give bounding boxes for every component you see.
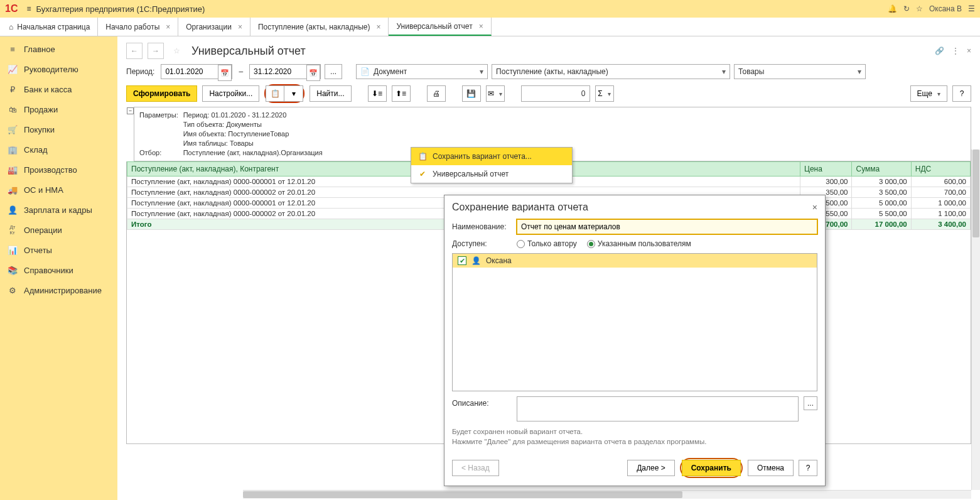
sidebar-label: Справочники bbox=[24, 266, 73, 275]
print-button[interactable]: 🖨 bbox=[427, 85, 446, 102]
menu-icon[interactable]: ☰ bbox=[968, 4, 975, 13]
home-icon: ⌂ bbox=[9, 23, 13, 31]
factory-icon: 🏭 bbox=[8, 165, 18, 175]
vertical-scrollbar[interactable] bbox=[971, 149, 980, 490]
generate-button[interactable]: Сформировать bbox=[126, 85, 197, 102]
expand-button[interactable]: ⬇≡ bbox=[368, 85, 387, 102]
favorite-star-icon[interactable]: ☆ bbox=[169, 43, 184, 58]
close-icon[interactable]: × bbox=[479, 22, 483, 31]
sidebar-label: Отчеты bbox=[24, 246, 52, 255]
burger-icon[interactable]: ≡ bbox=[26, 4, 31, 13]
sidebar-label: Продажи bbox=[24, 105, 58, 114]
collapse-button[interactable]: ⬆≡ bbox=[392, 85, 411, 102]
sidebar-item-admin[interactable]: ⚙Администрирование bbox=[0, 280, 117, 300]
tab-start[interactable]: Начало работы × bbox=[98, 18, 178, 36]
sidebar-item-manager[interactable]: 📈Руководителю bbox=[0, 59, 117, 79]
document-icon: 📄 bbox=[360, 67, 370, 76]
nav-back-button[interactable]: ← bbox=[126, 43, 143, 59]
radio-specified-users[interactable]: Указанным пользователям bbox=[587, 239, 691, 248]
sigma-button[interactable]: Σ bbox=[595, 85, 614, 102]
table-name-select[interactable]: Товары ▾ bbox=[734, 64, 866, 79]
radio-author-only[interactable]: Только автору bbox=[517, 239, 577, 248]
more-button[interactable]: Еще bbox=[910, 85, 947, 102]
sidebar-item-reports[interactable]: 📊Отчеты bbox=[0, 240, 117, 260]
description-expand-button[interactable]: ... bbox=[804, 396, 817, 410]
radio-icon bbox=[587, 240, 595, 248]
email-button[interactable]: ✉ bbox=[486, 85, 505, 102]
sidebar-item-hr[interactable]: 👤Зарплата и кадры bbox=[0, 200, 117, 220]
close-icon[interactable]: × bbox=[238, 23, 242, 31]
tab-label: Начало работы bbox=[105, 23, 159, 31]
cancel-button[interactable]: Отмена bbox=[748, 460, 794, 476]
more-icon[interactable]: ⋮ bbox=[952, 46, 959, 55]
next-button[interactable]: Далее > bbox=[627, 460, 675, 476]
object-name-select[interactable]: Поступление (акты, накладные) ▾ bbox=[492, 64, 730, 79]
star-icon[interactable]: ☆ bbox=[916, 4, 923, 13]
users-list[interactable]: ✔ 👤 Оксана bbox=[452, 253, 817, 391]
nav-forward-button[interactable]: → bbox=[148, 43, 164, 59]
variants-button[interactable]: 📋 bbox=[266, 85, 284, 102]
help-button[interactable]: ? bbox=[799, 460, 817, 476]
sidebar-label: Зарплата и кадры bbox=[24, 205, 92, 215]
sidebar-item-production[interactable]: 🏭Производство bbox=[0, 160, 117, 180]
close-icon[interactable]: × bbox=[376, 23, 380, 31]
find-button[interactable]: Найти... bbox=[310, 85, 351, 102]
tab-receipts[interactable]: Поступление (акты, накладные) × bbox=[250, 18, 389, 36]
sidebar-label: Операции bbox=[24, 226, 62, 235]
sidebar-item-sales[interactable]: 🛍Продажи bbox=[0, 99, 117, 119]
object-type-select[interactable]: 📄 Документ ▾ bbox=[356, 64, 488, 79]
calendar-icon[interactable]: 📅 bbox=[306, 65, 320, 81]
sidebar-item-warehouse[interactable]: 🏢Склад bbox=[0, 139, 117, 160]
close-icon[interactable]: × bbox=[166, 23, 170, 31]
variant-name-input[interactable] bbox=[517, 219, 817, 234]
date-from-field[interactable]: 📅 bbox=[161, 64, 232, 79]
sidebar-item-operations[interactable]: ДтКтОперации bbox=[0, 220, 117, 240]
history-icon[interactable]: ↻ bbox=[903, 4, 910, 13]
horizontal-scrollbar[interactable] bbox=[243, 490, 971, 499]
dialog-close-button[interactable]: × bbox=[812, 202, 817, 212]
name-label: Наименование: bbox=[452, 222, 512, 231]
circled-highlight: Сохранить bbox=[680, 458, 743, 478]
user-label[interactable]: Оксана В bbox=[929, 4, 962, 13]
date-to-input[interactable] bbox=[250, 65, 306, 79]
filter-label: Отбор: bbox=[139, 149, 182, 157]
sidebar-item-purchases[interactable]: 🛒Покупки bbox=[0, 119, 117, 139]
user-row[interactable]: ✔ 👤 Оксана bbox=[453, 254, 817, 268]
sidebar-item-main[interactable]: ≡Главное bbox=[0, 39, 117, 59]
radio-label: Только автору bbox=[527, 239, 577, 248]
back-button[interactable]: < Назад bbox=[452, 460, 499, 476]
checkbox-icon[interactable]: ✔ bbox=[458, 256, 466, 265]
menu-item-save-variant[interactable]: 📋 Сохранить вариант отчета... bbox=[411, 148, 572, 165]
sidebar: ≡Главное 📈Руководителю ₽Банк и касса 🛍Пр… bbox=[0, 36, 117, 500]
sidebar-label: Руководителю bbox=[24, 65, 78, 74]
sidebar-item-catalogs[interactable]: 📚Справочники bbox=[0, 260, 117, 280]
collapse-handle[interactable]: − bbox=[127, 107, 134, 114]
date-to-field[interactable]: 📅 bbox=[249, 64, 321, 79]
chevron-down-icon: ▾ bbox=[858, 67, 861, 76]
tab-label: Универсальный отчет bbox=[396, 22, 472, 31]
period-select-button[interactable]: ... bbox=[325, 64, 342, 79]
tab-home[interactable]: ⌂ Начальная страница bbox=[0, 18, 98, 36]
variants-dropdown-button[interactable]: ▾ bbox=[284, 85, 303, 102]
bag-icon: 🛍 bbox=[8, 104, 18, 114]
date-from-input[interactable] bbox=[161, 65, 218, 79]
calendar-icon[interactable]: 📅 bbox=[218, 65, 232, 81]
description-textarea[interactable] bbox=[517, 396, 799, 421]
close-icon[interactable]: × bbox=[967, 46, 971, 55]
user-name: Оксана bbox=[486, 256, 512, 265]
save-file-button[interactable]: 💾 bbox=[462, 85, 481, 102]
save-button[interactable]: Сохранить bbox=[682, 460, 741, 476]
cart-icon: 🛒 bbox=[8, 124, 18, 134]
sidebar-item-bank[interactable]: ₽Банк и касса bbox=[0, 79, 117, 99]
tab-orgs[interactable]: Организации × bbox=[178, 18, 250, 36]
link-icon[interactable]: 🔗 bbox=[935, 46, 944, 55]
bell-icon[interactable]: 🔔 bbox=[888, 4, 897, 13]
settings-button[interactable]: Настройки... bbox=[202, 85, 259, 102]
tab-universal-report[interactable]: Универсальный отчет × bbox=[389, 18, 491, 36]
menu-item-universal-report[interactable]: ✔ Универсальный отчет bbox=[411, 165, 572, 183]
chart-icon: 📊 bbox=[8, 245, 18, 255]
user-icon: 👤 bbox=[471, 256, 481, 265]
help-button[interactable]: ? bbox=[952, 85, 971, 102]
params-line: Тип объекта: Документы bbox=[183, 121, 326, 129]
sidebar-item-assets[interactable]: 🚚ОС и НМА bbox=[0, 180, 117, 200]
